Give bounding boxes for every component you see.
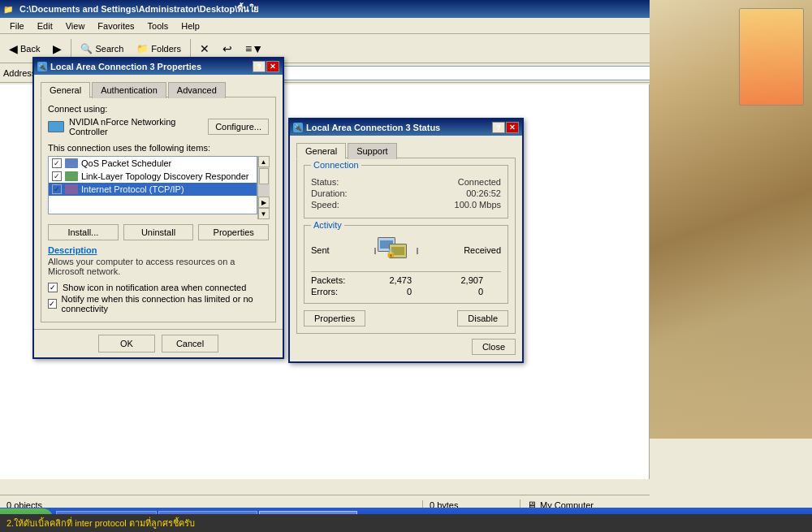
sent-line (374, 248, 376, 254)
menu-tools[interactable]: Tools (141, 19, 175, 32)
properties-button[interactable]: Properties (198, 224, 269, 240)
tab-advanced[interactable]: Advanced (168, 82, 226, 98)
sent-errors: 0 (360, 287, 425, 296)
status-tab-content: Connection Status: Connected Duration: 0… (296, 158, 516, 334)
menu-file[interactable]: File (3, 19, 31, 32)
props-close-button[interactable]: ✕ (266, 61, 279, 72)
status-properties-button[interactable]: Properties (304, 310, 365, 327)
activity-data-grid: Packets: 2,473 2,907 Errors: 0 0 (311, 275, 501, 296)
status-close-button[interactable]: ✕ (506, 122, 519, 133)
network-icon-container: 🔒 (374, 237, 418, 265)
activity-title: Activity (311, 220, 344, 230)
search-icon: 🔍 (80, 43, 93, 54)
lltd-label: Link-Layer Topology Discovery Responder (81, 171, 248, 181)
uninstall-button[interactable]: Uninstall (123, 224, 194, 240)
show-icon-checkbox[interactable]: ✓ (48, 283, 58, 292)
cancel-button[interactable]: Cancel (162, 335, 218, 353)
properties-dialog: 🔌 Local Area Connection 3 Properties ? ✕… (32, 57, 284, 359)
duration-key: Duration: (311, 188, 348, 198)
props-tab-content: Connect using: NVIDIA nForce Networking … (41, 97, 276, 322)
props-dialog-footer: OK Cancel (34, 329, 283, 357)
received-packets: 2,907 (425, 275, 490, 285)
checkbox-qos[interactable]: ✓ (52, 158, 62, 168)
qos-icon (65, 158, 78, 168)
status-footer-buttons: Properties Disable (304, 310, 508, 327)
list-item-lltd: ✓ Link-Layer Topology Discovery Responde… (49, 170, 257, 183)
connection-title: Connection (311, 160, 361, 170)
scroll-right-arrow[interactable]: ▶ (258, 197, 270, 208)
status-dialog: 🔌 Local Area Connection 3 Status ? ✕ Gen… (288, 118, 524, 363)
duration-row: Duration: 00:26:52 (311, 188, 501, 198)
props-dialog-title: Local Area Connection 3 Properties (50, 62, 253, 71)
nic-icon (48, 121, 64, 132)
status-tabs: General Support (296, 142, 516, 158)
notify-label: Notify me when this connection has limit… (62, 294, 269, 314)
install-uninstall-row: Install... Uninstall Properties (48, 224, 269, 240)
items-listbox-container: ✓ QoS Packet Scheduler ✓ Link-Layer Topo… (48, 156, 269, 219)
speed-key: Speed: (311, 200, 339, 210)
connect-using-row: NVIDIA nForce Networking Controller Conf… (48, 117, 269, 136)
items-listbox[interactable]: ✓ QoS Packet Scheduler ✓ Link-Layer Topo… (48, 156, 257, 214)
items-scrollbar[interactable]: ▲ ▶ ▼ (257, 156, 269, 219)
menu-help[interactable]: Help (175, 19, 206, 32)
checkbox-tcpip[interactable]: ✓ (52, 184, 62, 194)
menu-favorites[interactable]: Favorites (91, 19, 140, 32)
status-row: Status: Connected (311, 177, 501, 187)
network-icon: 🔒 (378, 237, 415, 265)
packets-label: Packets: (311, 275, 360, 285)
received-side-label: Received (464, 237, 501, 255)
status-tab-general[interactable]: General (296, 143, 346, 159)
status-key: Status: (311, 177, 339, 187)
activity-section: Activity Sent (304, 225, 508, 304)
props-dialog-body: General Authentication Advanced Connect … (34, 75, 283, 329)
forward-icon: ▶ (53, 42, 62, 55)
scroll-down-arrow[interactable]: ▼ (258, 208, 270, 219)
sent-side-label: Sent (311, 237, 330, 255)
description-text: Allows your computer to access resources… (48, 257, 269, 276)
lltd-icon (65, 171, 78, 181)
list-item-tcpip[interactable]: ✓ Internet Protocol (TCP/IP) (49, 183, 257, 196)
install-button[interactable]: Install... (48, 224, 119, 240)
received-errors: 0 (425, 287, 490, 296)
props-dialog-titlebar: 🔌 Local Area Connection 3 Properties ? ✕ (34, 58, 283, 75)
speed-row: Speed: 100.0 Mbps (311, 200, 501, 210)
lock-icon: 🔒 (386, 249, 395, 257)
tab-general[interactable]: General (41, 82, 90, 98)
close-button[interactable]: Close (472, 339, 516, 355)
disable-button[interactable]: Disable (457, 310, 508, 327)
speed-val: 100.0 Mbps (455, 200, 501, 210)
props-tabs: General Authentication Advanced (41, 81, 276, 97)
scroll-thumb (259, 168, 269, 184)
status-dialog-icon: 🔌 (293, 123, 303, 132)
menu-view[interactable]: View (59, 19, 92, 32)
checkbox-lltd[interactable]: ✓ (52, 171, 62, 181)
qos-label: QoS Packet Scheduler (81, 158, 171, 168)
notify-checkbox[interactable]: ✓ (48, 299, 57, 309)
received-line (417, 248, 418, 254)
nic-name: NVIDIA nForce Networking Controller (69, 117, 203, 136)
tcpip-label: Internet Protocol (TCP/IP) (81, 184, 184, 194)
status-dialog-title: Local Area Connection 3 Status (306, 123, 492, 132)
ok-button[interactable]: OK (98, 335, 155, 353)
show-icon-label: Show icon in notification area when conn… (63, 283, 246, 292)
status-tab-support[interactable]: Support (348, 143, 397, 159)
bottom-instruction: 2.ให้ดับเบิ้ลคลิกที่ inter protocol ตามท… (0, 514, 812, 532)
photo-area (650, 0, 812, 439)
errors-label: Errors: (311, 287, 360, 296)
status-close-row: Close (296, 334, 516, 355)
scroll-up-arrow[interactable]: ▲ (258, 156, 270, 167)
tab-authentication[interactable]: Authentication (92, 82, 166, 98)
description-label[interactable]: Description (48, 245, 269, 255)
configure-button[interactable]: Configure... (208, 119, 269, 135)
description-section: Description Allows your computer to acce… (48, 245, 269, 276)
connect-using-label: Connect using: (48, 104, 269, 114)
status-help-button[interactable]: ? (492, 122, 505, 133)
status-dialog-titlebar: 🔌 Local Area Connection 3 Status ? ✕ (290, 119, 522, 136)
notify-row: ✓ Notify me when this connection has lim… (48, 294, 269, 314)
status-val: Connected (458, 177, 501, 187)
list-item-qos: ✓ QoS Packet Scheduler (49, 157, 257, 170)
props-help-button[interactable]: ? (253, 61, 266, 72)
menu-edit[interactable]: Edit (31, 19, 59, 32)
folders-icon: 📁 (136, 43, 149, 54)
sent-packets: 2,473 (360, 275, 425, 285)
